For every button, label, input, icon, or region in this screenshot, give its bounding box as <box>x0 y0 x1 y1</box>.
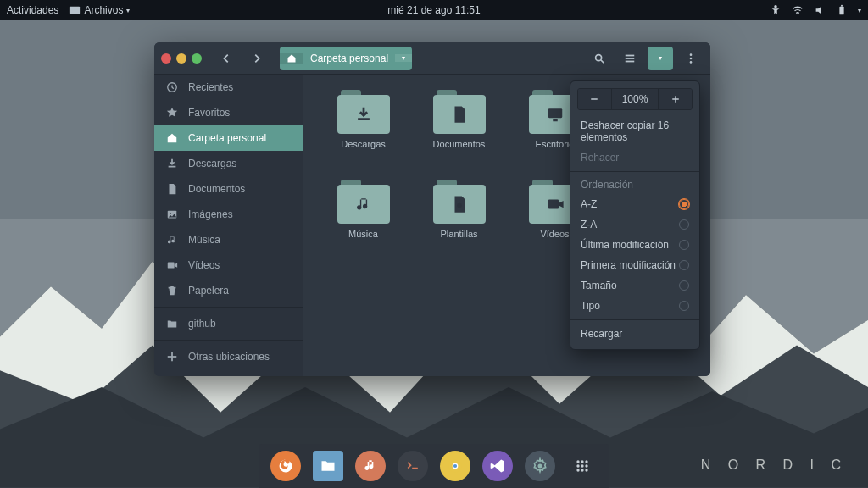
sidebar-item-label: Carpeta personal <box>188 132 266 144</box>
volume-icon[interactable] <box>814 4 826 16</box>
sidebar-item-label: Documentos <box>188 183 245 195</box>
folder-label: Descargas <box>341 139 386 149</box>
sort-option[interactable]: Tamaño <box>570 275 699 296</box>
sidebar-item-music[interactable]: Música <box>154 227 303 252</box>
zoom-out-button[interactable] <box>578 89 611 109</box>
sidebar-item-plus[interactable]: Otras ubicaciones <box>154 344 303 369</box>
folder-icon <box>337 90 390 134</box>
sidebar-item-folder[interactable]: github <box>154 311 303 336</box>
dock-music[interactable] <box>355 451 386 481</box>
svg-point-33 <box>576 464 579 467</box>
sort-option[interactable]: A-Z <box>570 194 699 214</box>
sidebar-item-home[interactable]: Carpeta personal <box>154 125 303 151</box>
hamburger-menu-button[interactable] <box>678 47 704 70</box>
star-icon <box>166 107 178 119</box>
svg-point-10 <box>690 61 693 64</box>
folder-plantillas[interactable]: Plantillas <box>411 180 507 263</box>
accessibility-icon[interactable] <box>770 4 782 16</box>
wifi-icon[interactable] <box>792 4 804 16</box>
dock <box>259 444 609 488</box>
folder-música[interactable]: Música <box>315 180 411 263</box>
app-menu-label: Archivos <box>84 4 123 16</box>
svg-rect-25 <box>675 96 676 103</box>
folder-icon <box>433 90 486 134</box>
music-icon <box>166 234 178 246</box>
folder-label: Vídeos <box>540 229 569 239</box>
sidebar-item-document[interactable]: Documentos <box>154 176 303 202</box>
svg-rect-0 <box>70 7 80 14</box>
dock-show-apps[interactable] <box>567 451 598 481</box>
folder-documentos[interactable]: Documentos <box>411 90 507 173</box>
dock-settings[interactable] <box>525 451 555 481</box>
sort-option[interactable]: Z-A <box>570 214 699 235</box>
svg-point-35 <box>585 464 587 467</box>
window-titlebar: Carpeta personal ▾ ▾ <box>154 42 710 75</box>
sidebar-item-download[interactable]: Descargas <box>154 151 303 176</box>
sort-option[interactable]: Última modificación <box>570 235 699 255</box>
svg-point-21 <box>457 203 462 208</box>
svg-rect-5 <box>626 54 635 56</box>
activities-button[interactable]: Actividades <box>7 4 58 16</box>
svg-point-30 <box>576 460 579 463</box>
dock-vscode[interactable] <box>482 451 513 481</box>
maximize-button[interactable] <box>192 53 202 64</box>
forward-button[interactable] <box>244 47 270 70</box>
view-options-button[interactable]: ▾ <box>648 47 673 70</box>
radio-indicator <box>679 199 689 209</box>
sidebar-item-label: Recientes <box>188 81 233 93</box>
dock-chrome[interactable] <box>440 451 470 481</box>
path-home-icon[interactable] <box>280 53 303 64</box>
sort-label: Z-A <box>581 219 597 230</box>
dock-terminal[interactable] <box>398 451 428 481</box>
sidebar-item-clock[interactable]: Recientes <box>154 75 303 100</box>
gnome-topbar: Actividades Archivos ▾ mié 21 de ago 11:… <box>0 0 868 20</box>
svg-point-38 <box>585 469 587 471</box>
svg-rect-7 <box>626 60 635 62</box>
sort-header: Ordenación <box>570 175 699 194</box>
folder-icon <box>166 318 178 330</box>
folder-icon <box>433 180 486 224</box>
app-menu[interactable]: Archivos ▾ <box>69 4 130 16</box>
sidebar: RecientesFavoritosCarpeta personalDescar… <box>154 75 303 376</box>
close-button[interactable] <box>161 53 171 64</box>
dock-files[interactable] <box>313 451 343 481</box>
sort-option[interactable]: Tipo <box>570 296 699 316</box>
folder-label: Escritorio <box>536 139 575 149</box>
folder-label: Plantillas <box>440 229 477 239</box>
reload-item[interactable]: Recargar <box>570 324 699 344</box>
sidebar-item-label: Música <box>188 234 220 246</box>
search-button[interactable] <box>587 47 612 70</box>
svg-point-28 <box>453 464 457 468</box>
svg-rect-3 <box>841 5 843 7</box>
svg-point-37 <box>581 469 583 471</box>
sort-option[interactable]: Primera modificación <box>570 255 699 275</box>
sidebar-item-label: Favoritos <box>188 107 230 119</box>
svg-point-8 <box>690 53 693 56</box>
battery-icon[interactable] <box>836 4 848 16</box>
zoom-in-button[interactable] <box>658 89 692 109</box>
back-button[interactable] <box>214 47 239 70</box>
svg-point-1 <box>774 5 777 8</box>
document-icon <box>166 183 178 195</box>
svg-rect-17 <box>548 108 562 118</box>
plus-icon <box>166 351 178 363</box>
path-dropdown[interactable]: ▾ <box>395 54 412 62</box>
sidebar-item-video[interactable]: Vídeos <box>154 252 303 278</box>
svg-point-9 <box>690 57 693 59</box>
folder-descargas[interactable]: Descargas <box>315 90 411 173</box>
radio-indicator <box>679 219 689 230</box>
clock[interactable]: mié 21 de ago 11:51 <box>387 4 480 16</box>
path-segment[interactable]: Carpeta personal <box>303 53 395 64</box>
view-list-button[interactable] <box>617 47 643 70</box>
sidebar-item-star[interactable]: Favoritos <box>154 100 303 125</box>
minimize-button[interactable] <box>176 53 186 64</box>
sidebar-item-image[interactable]: Imágenes <box>154 202 303 227</box>
sidebar-item-trash[interactable]: Papelera <box>154 278 303 303</box>
reload-label: Recargar <box>581 328 622 340</box>
clock-icon <box>166 81 178 93</box>
pathbar[interactable]: Carpeta personal ▾ <box>280 47 412 70</box>
dock-firefox[interactable] <box>270 451 301 481</box>
redo-label: Rehacer <box>581 152 619 164</box>
undo-item[interactable]: Deshacer copiar 16 elementos <box>570 115 699 147</box>
home-icon <box>166 132 178 144</box>
